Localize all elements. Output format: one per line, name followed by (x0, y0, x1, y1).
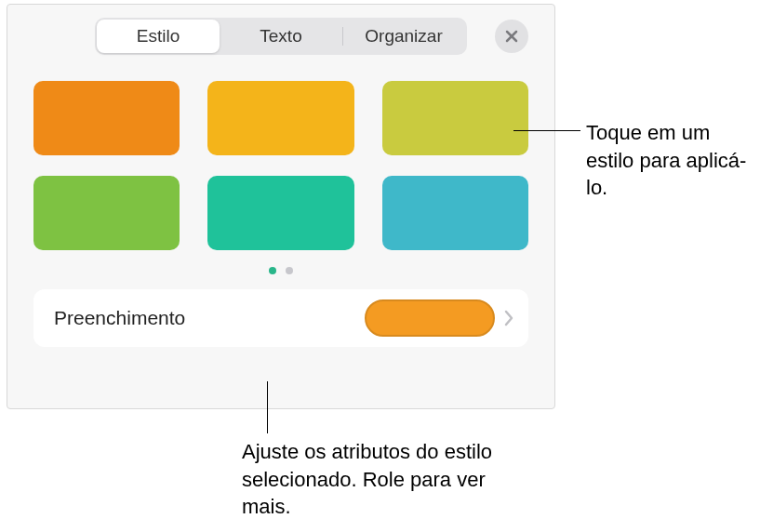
close-icon (504, 29, 519, 44)
callout-leader-line (513, 130, 580, 131)
tab-label: Estilo (137, 26, 180, 47)
close-button[interactable] (495, 20, 528, 53)
tab-style[interactable]: Estilo (97, 20, 220, 53)
tab-label: Organizar (365, 26, 442, 47)
pager-dot (286, 267, 293, 274)
callout-text: Toque em um estilo para aplicá-lo. (586, 119, 753, 202)
chevron-right-icon (502, 308, 515, 328)
style-swatch[interactable] (207, 81, 353, 155)
fill-label: Preenchimento (54, 307, 365, 329)
tab-label: Texto (260, 26, 301, 47)
style-swatch[interactable] (33, 81, 180, 155)
pager-dot (269, 267, 276, 274)
panel-header: Estilo Texto Organizar (33, 18, 528, 55)
tab-text[interactable]: Texto (220, 20, 342, 53)
page-indicator[interactable] (33, 267, 528, 274)
tab-segmented-control: Estilo Texto Organizar (95, 18, 467, 55)
callout-text: Ajuste os atributos do estilo selecionad… (242, 438, 502, 521)
style-swatch[interactable] (33, 176, 180, 250)
style-swatch[interactable] (382, 81, 528, 155)
style-swatch[interactable] (207, 176, 353, 250)
format-panel: Estilo Texto Organizar Preenchimento (7, 4, 555, 409)
tab-arrange[interactable]: Organizar (342, 20, 465, 53)
callout-leader-line (267, 381, 268, 433)
fill-color-preview (365, 299, 495, 337)
style-swatch-grid (33, 81, 528, 250)
fill-row[interactable]: Preenchimento (33, 289, 528, 347)
style-swatch[interactable] (382, 176, 528, 250)
